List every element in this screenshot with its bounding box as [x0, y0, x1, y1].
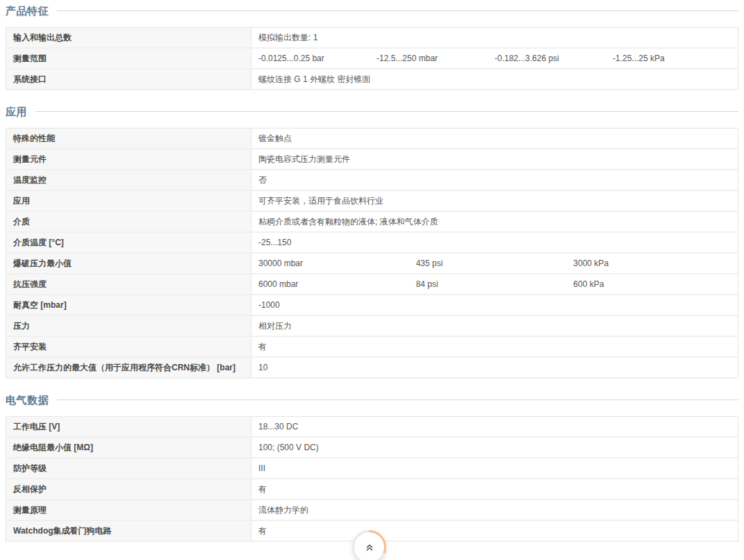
row-value: -1000 — [258, 300, 731, 311]
row-label: 反相保护 — [6, 479, 251, 499]
table-row: 爆破压力最小值30000 mbar435 psi3000 kPa — [6, 254, 738, 274]
scroll-to-top-inner — [354, 532, 384, 560]
table-row: 应用可齐平安装，适用于食品饮料行业 — [6, 191, 738, 212]
row-label: 防护等级 — [6, 459, 251, 478]
row-value: -0.0125...0.25 bar — [258, 53, 377, 64]
table-row: 系统接口螺纹连接 G 1 外螺纹 密封锥面 — [6, 69, 738, 90]
row-value: -1.25...25 kPa — [613, 53, 731, 64]
row-label: 温度监控 — [6, 170, 251, 190]
row-values: 有 — [251, 521, 738, 541]
row-value: 否 — [258, 175, 731, 186]
row-value: 18...30 DC — [258, 422, 731, 432]
section-rule — [35, 111, 738, 112]
product-spec-page: 产品特征输入和输出总数模拟输出数量: 1测量范围-0.0125...0.25 b… — [0, 4, 744, 560]
row-value: 流体静力学的 — [258, 505, 731, 516]
row-value: 可齐平安装，适用于食品饮料行业 — [258, 196, 731, 206]
row-label: Watchdog集成看门狗电路 — [6, 521, 251, 541]
row-label: 介质 — [6, 212, 251, 231]
row-value: 435 psi — [416, 258, 574, 269]
table-row: 测量原理流体静力学的 — [6, 500, 738, 521]
section-header: 产品特征 — [6, 4, 738, 17]
row-values: 流体静力学的 — [251, 500, 738, 520]
spec-section: 应用特殊的性能镀金触点测量元件陶瓷电容式压力测量元件温度监控否应用可齐平安装，适… — [6, 105, 738, 379]
table-row: 绝缘电阻最小值 [MΩ]100; (500 V DC) — [6, 438, 738, 459]
table-row: 测量元件陶瓷电容式压力测量元件 — [6, 149, 738, 170]
row-values: III — [251, 459, 738, 478]
section-title: 应用 — [6, 105, 27, 118]
spec-section: 产品特征输入和输出总数模拟输出数量: 1测量范围-0.0125...0.25 b… — [6, 4, 738, 90]
row-value: III — [258, 463, 731, 474]
spec-table: 工作电压 [V]18...30 DC绝缘电阻最小值 [MΩ]100; (500 … — [6, 416, 738, 542]
row-label: 齐平安装 — [6, 337, 251, 356]
row-label: 绝缘电阻最小值 [MΩ] — [6, 438, 251, 457]
row-value: 10 — [258, 363, 731, 373]
row-value: 粘稠介质或者含有颗粒物的液体; 液体和气体介质 — [258, 217, 731, 227]
chevron-double-up-icon — [363, 541, 376, 554]
row-values: 可齐平安装，适用于食品饮料行业 — [251, 191, 738, 211]
row-values: 粘稠介质或者含有颗粒物的液体; 液体和气体介质 — [251, 212, 738, 231]
row-label: 输入和输出总数 — [6, 28, 251, 47]
row-label: 测量元件 — [6, 149, 251, 169]
row-value: 6000 mbar — [258, 279, 416, 290]
row-values: 有 — [251, 479, 738, 499]
spec-section: 电气数据工作电压 [V]18...30 DC绝缘电阻最小值 [MΩ]100; (… — [6, 393, 738, 542]
table-row: 介质温度 [°C]-25...150 — [6, 233, 738, 254]
table-row: 抗压强度6000 mbar84 psi600 kPa — [6, 274, 738, 295]
row-values: 6000 mbar84 psi600 kPa — [251, 274, 738, 294]
row-values: -0.0125...0.25 bar-12.5...250 mbar-0.182… — [251, 49, 738, 68]
sections-container: 产品特征输入和输出总数模拟输出数量: 1测量范围-0.0125...0.25 b… — [0, 4, 744, 542]
row-label: 耐真空 [mbar] — [6, 295, 251, 315]
section-title: 产品特征 — [6, 4, 49, 17]
row-label: 特殊的性能 — [6, 129, 251, 148]
row-value: 3000 kPa — [573, 258, 731, 269]
row-value: 30000 mbar — [258, 258, 416, 269]
table-row: 压力相对压力 — [6, 316, 738, 337]
row-value: 镀金触点 — [258, 133, 731, 144]
table-row: 允许工作压力的最大值（用于应用程序符合CRN标准） [bar]10 — [6, 358, 738, 379]
section-rule — [57, 10, 738, 11]
row-values: 18...30 DC — [251, 417, 738, 436]
table-row: 防护等级III — [6, 459, 738, 479]
row-value: -25...150 — [258, 238, 731, 248]
row-value: 有 — [258, 526, 731, 536]
row-value: 螺纹连接 G 1 外螺纹 密封锥面 — [258, 74, 731, 85]
spec-table: 输入和输出总数模拟输出数量: 1测量范围-0.0125...0.25 bar-1… — [6, 27, 738, 90]
row-values: 螺纹连接 G 1 外螺纹 密封锥面 — [251, 69, 738, 89]
row-values: 模拟输出数量: 1 — [251, 28, 738, 47]
row-values: 镀金触点 — [251, 129, 738, 148]
table-row: 齐平安装有 — [6, 337, 738, 358]
row-value: 100; (500 V DC) — [258, 443, 731, 453]
row-values: 100; (500 V DC) — [251, 438, 738, 457]
row-label: 工作电压 [V] — [6, 417, 251, 436]
row-values: 相对压力 — [251, 316, 738, 336]
row-label: 介质温度 [°C] — [6, 233, 251, 252]
table-row: 测量范围-0.0125...0.25 bar-12.5...250 mbar-0… — [6, 49, 738, 69]
row-values: 有 — [251, 337, 738, 356]
row-label: 测量原理 — [6, 500, 251, 520]
table-row: 工作电压 [V]18...30 DC — [6, 417, 738, 438]
row-values: 陶瓷电容式压力测量元件 — [251, 149, 738, 169]
table-row: 耐真空 [mbar]-1000 — [6, 295, 738, 316]
row-value: 84 psi — [416, 279, 574, 290]
row-label: 测量范围 — [6, 49, 251, 68]
section-header: 电气数据 — [6, 393, 738, 406]
spec-table: 特殊的性能镀金触点测量元件陶瓷电容式压力测量元件温度监控否应用可齐平安装，适用于… — [6, 128, 738, 379]
row-value: 相对压力 — [258, 321, 731, 331]
row-label: 抗压强度 — [6, 274, 251, 294]
table-row: 介质粘稠介质或者含有颗粒物的液体; 液体和气体介质 — [6, 212, 738, 233]
row-values: 10 — [251, 358, 738, 377]
row-values: -25...150 — [251, 233, 738, 252]
row-label: 应用 — [6, 191, 251, 211]
row-label: 系统接口 — [6, 69, 251, 89]
row-value: -0.182...3.626 psi — [495, 53, 613, 64]
table-row: 特殊的性能镀金触点 — [6, 129, 738, 149]
row-value: 模拟输出数量: 1 — [258, 33, 731, 43]
row-label: 允许工作压力的最大值（用于应用程序符合CRN标准） [bar] — [6, 358, 251, 377]
row-value: 有 — [258, 484, 731, 495]
row-value: 陶瓷电容式压力测量元件 — [258, 154, 731, 165]
scroll-to-top-button[interactable] — [352, 530, 386, 560]
table-row: 输入和输出总数模拟输出数量: 1 — [6, 28, 738, 49]
row-label: 压力 — [6, 316, 251, 336]
table-row: 温度监控否 — [6, 170, 738, 191]
row-label: 爆破压力最小值 — [6, 254, 251, 273]
